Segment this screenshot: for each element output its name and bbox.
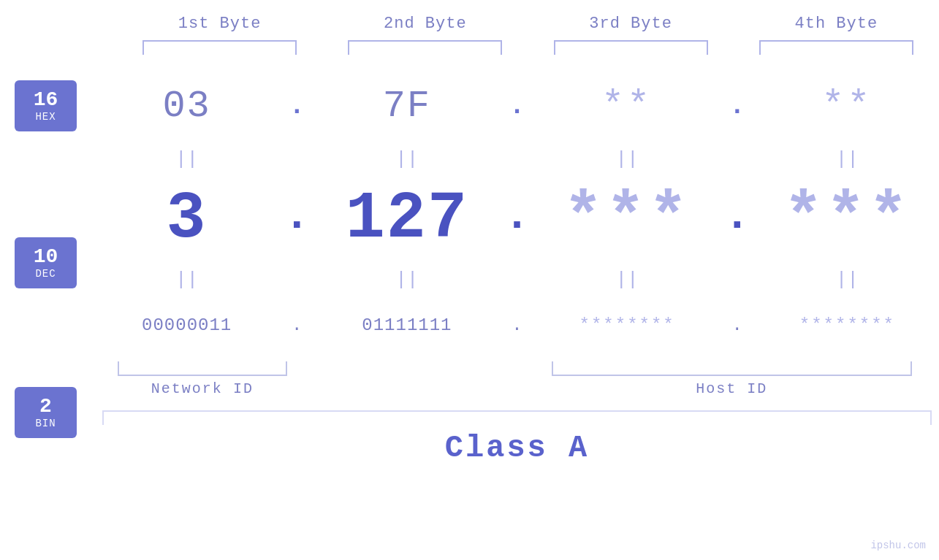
dec-badge: 10 DEC	[15, 237, 77, 288]
id-brackets: Network ID Host ID	[95, 361, 939, 397]
equals-row-1: || || || ||	[95, 142, 939, 175]
eq-2: ||	[315, 148, 498, 170]
eq-4: ||	[756, 148, 939, 170]
bin-row: 00000011 . 01111111 . ******** .	[95, 296, 939, 354]
bracket-3	[554, 40, 708, 55]
dec-sep-3: .	[724, 191, 750, 247]
hex-row: 03 . 7F . ** . **	[95, 69, 939, 142]
eq2-2: ||	[315, 269, 498, 291]
dec-sep-2: .	[503, 191, 530, 247]
class-label-row: Class A	[95, 431, 939, 466]
dec-row: 3 . 127 . *** . ***	[95, 175, 939, 263]
network-id-bracket	[118, 361, 288, 376]
hex-val-4: **	[821, 85, 873, 128]
byte-header-3: 3rd Byte	[528, 15, 734, 33]
byte-header-4: 4th Byte	[734, 15, 939, 33]
hex-sep-1: .	[289, 91, 305, 121]
byte-headers: 1st Byte 2nd Byte 3rd Byte 4th Byte	[0, 15, 939, 33]
hex-val-3: **	[601, 85, 653, 128]
bin-sep-3: .	[732, 315, 742, 335]
eq-3: ||	[536, 148, 719, 170]
hex-sep-2: .	[509, 91, 525, 121]
byte-header-2: 2nd Byte	[322, 15, 528, 33]
eq-1: ||	[95, 148, 278, 170]
bin-sep-1: .	[292, 315, 302, 335]
bin-sep-2: .	[512, 315, 522, 335]
class-label: Class A	[445, 431, 589, 466]
bin-val-2: 01111111	[362, 315, 452, 335]
class-bracket	[102, 410, 932, 425]
hex-val-1: 03	[162, 85, 210, 128]
data-rows: 03 . 7F . ** . **	[95, 69, 939, 473]
bin-val-1: 00000011	[142, 315, 232, 335]
eq2-1: ||	[95, 269, 278, 291]
dec-val-3: ***	[563, 182, 691, 256]
dec-val-2: 127	[346, 182, 468, 256]
byte-header-1: 1st Byte	[117, 15, 322, 33]
bin-badge: 2 BIN	[15, 387, 77, 438]
watermark: ipshu.com	[870, 540, 926, 551]
bin-val-4: ********	[799, 315, 895, 335]
equals-row-2: || || || ||	[95, 263, 939, 296]
bracket-4	[759, 40, 913, 55]
host-id-label: Host ID	[696, 380, 767, 397]
dec-val-1: 3	[167, 182, 208, 256]
dec-val-4: ***	[783, 182, 911, 256]
top-brackets	[0, 40, 939, 55]
eq2-4: ||	[756, 269, 939, 291]
hex-val-2: 7F	[383, 85, 431, 128]
hex-sep-3: .	[729, 91, 745, 121]
hex-badge: 16 HEX	[15, 80, 77, 131]
base-labels: 16 HEX 10 DEC 2 BIN	[0, 69, 95, 442]
host-id-bracket	[552, 361, 912, 376]
bin-val-3: ********	[579, 315, 675, 335]
eq2-3: ||	[536, 269, 719, 291]
main-container: 1st Byte 2nd Byte 3rd Byte 4th Byte 16 H…	[0, 0, 939, 560]
dec-sep-1: .	[284, 191, 310, 247]
bracket-2	[348, 40, 502, 55]
bracket-1	[142, 40, 297, 55]
network-id-label: Network ID	[151, 380, 254, 397]
